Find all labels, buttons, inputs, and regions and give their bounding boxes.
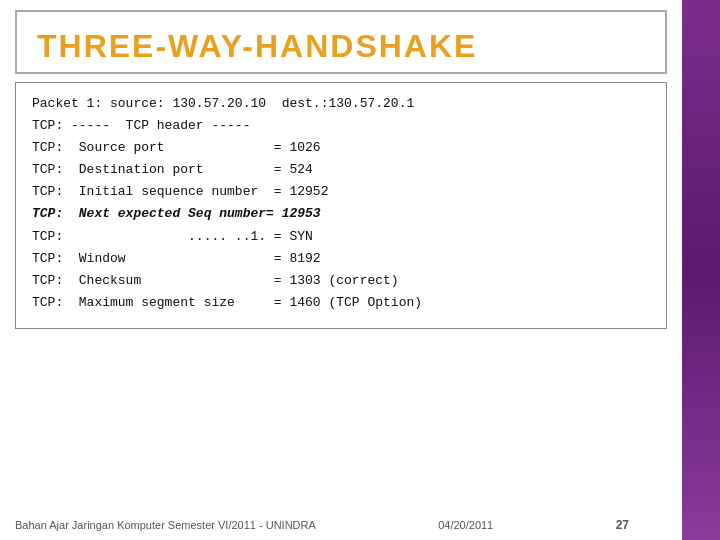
sidebar-strip (682, 0, 720, 540)
tcp-header-line: TCP: ----- TCP header ----- (32, 115, 650, 137)
tcp-row-1: TCP: Destination port = 524 (32, 159, 650, 181)
footer-date: 04/20/2011 (438, 519, 493, 531)
title-area: THREE-WAY-HANDSHAKE (15, 10, 667, 74)
footer-page: 27 (616, 518, 629, 532)
tcp-row-2: TCP: Initial sequence number = 12952 (32, 181, 650, 203)
tcp-row-5: TCP: Window = 8192 (32, 248, 650, 270)
page-title: THREE-WAY-HANDSHAKE (37, 30, 645, 62)
main-content: THREE-WAY-HANDSHAKE Packet 1: source: 13… (0, 0, 682, 540)
footer: Bahan Ajar Jaringan Komputer Semester VI… (15, 518, 629, 532)
tcp-row-6: TCP: Checksum = 1303 (correct) (32, 270, 650, 292)
tcp-row-3: TCP: Next expected Seq number= 12953 (32, 203, 650, 225)
packet-header-line: Packet 1: source: 130.57.20.10 dest.:130… (32, 93, 650, 115)
tcp-row-7: TCP: Maximum segment size = 1460 (TCP Op… (32, 292, 650, 314)
tcp-row-4: TCP: ..... ..1. = SYN (32, 226, 650, 248)
tcp-row-0: TCP: Source port = 1026 (32, 137, 650, 159)
footer-left: Bahan Ajar Jaringan Komputer Semester VI… (15, 519, 316, 531)
tcp-rows: TCP: Source port = 1026TCP: Destination … (32, 137, 650, 314)
packet-box: Packet 1: source: 130.57.20.10 dest.:130… (15, 82, 667, 329)
